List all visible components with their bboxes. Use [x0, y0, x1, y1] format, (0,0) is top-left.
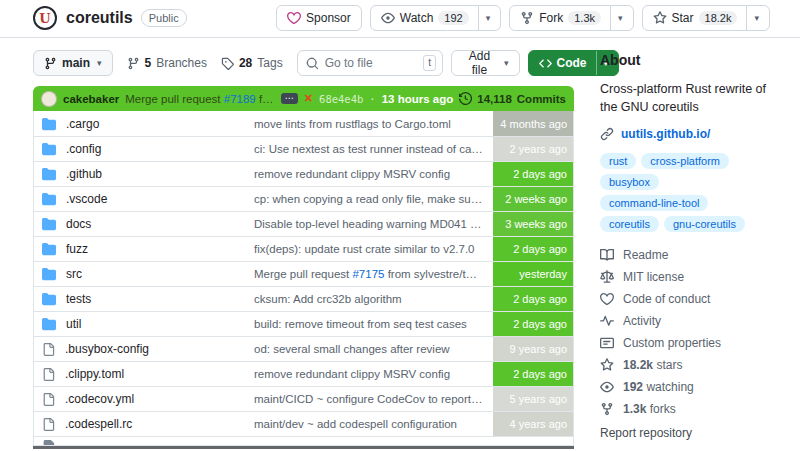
- commit-date[interactable]: 3 weeks ago: [493, 212, 573, 236]
- avatar[interactable]: [41, 91, 57, 107]
- table-row[interactable]: .cargo move lints from rustflags to Carg…: [34, 111, 573, 136]
- commit-sha[interactable]: 68e4e4b: [319, 93, 363, 105]
- commit-message[interactable]: remove redundant clippy MSRV config: [254, 368, 493, 380]
- latest-commit-bar: cakebaker Merge pull request #7189 from …: [33, 86, 574, 111]
- table-row[interactable]: util build: remove timeout from seq test…: [34, 311, 573, 336]
- watch-button[interactable]: Watch 192 ▾: [370, 5, 501, 31]
- commit-message[interactable]: cp: when copying a read only file, make …: [254, 193, 493, 205]
- readme-link[interactable]: Readme: [600, 244, 770, 266]
- commit-date[interactable]: 5 years ago: [493, 387, 573, 411]
- topic-tag[interactable]: coreutils: [600, 216, 659, 232]
- commit-ellipsis-icon[interactable]: ⋯: [281, 93, 298, 104]
- commit-date[interactable]: 2 days ago: [493, 362, 573, 386]
- commit-date[interactable]: 2 years ago: [493, 137, 573, 161]
- chevron-down-icon[interactable]: ▾: [478, 6, 491, 30]
- commit-message[interactable]: ci: Use nextest as test runner instead o…: [254, 143, 493, 155]
- sponsor-button[interactable]: Sponsor: [276, 5, 362, 31]
- go-to-file-box[interactable]: t: [297, 50, 443, 76]
- table-row[interactable]: tests cksum: Add crc32b algorithm 2 days…: [34, 286, 573, 311]
- table-row[interactable]: .config ci: Use nextest as test runner i…: [34, 136, 573, 161]
- commit-date[interactable]: 2 days ago: [493, 237, 573, 261]
- file-name[interactable]: .cargo: [66, 117, 99, 131]
- commit-message[interactable]: Merge pull request #7175 from sylvestre/…: [254, 268, 493, 280]
- commit-date[interactable]: 4 months ago: [493, 111, 573, 136]
- commit-date[interactable]: 2 weeks ago: [493, 187, 573, 211]
- commit-date[interactable]: 2 days ago: [493, 312, 573, 336]
- table-row[interactable]: docs Disable top-level heading warning M…: [34, 211, 573, 236]
- watch-label: Watch: [400, 11, 434, 25]
- file-name[interactable]: util: [66, 317, 81, 331]
- code-of-conduct-link[interactable]: Code of conduct: [600, 288, 770, 310]
- license-link[interactable]: MIT license: [600, 266, 770, 288]
- commit-date[interactable]: yesterday: [493, 262, 573, 286]
- file-name[interactable]: .busybox-config: [65, 342, 149, 356]
- topic-tag[interactable]: cross-platform: [641, 153, 729, 169]
- branches-link[interactable]: 5 Branches: [127, 56, 207, 70]
- file-name[interactable]: tests: [66, 292, 91, 306]
- status-failed-icon[interactable]: ✕: [304, 92, 313, 105]
- activity-link[interactable]: Activity: [600, 310, 770, 332]
- website-url[interactable]: uutils.github.io/: [621, 127, 710, 141]
- file-name[interactable]: src: [66, 267, 82, 281]
- table-row[interactable]: src Merge pull request #7175 from sylves…: [34, 261, 573, 286]
- commit-message[interactable]: od: several small changes after review: [254, 343, 493, 355]
- branch-selector[interactable]: main ▾: [33, 50, 113, 76]
- branches-label: Branches: [156, 56, 207, 70]
- commit-date[interactable]: 4 years ago: [493, 412, 573, 436]
- file-name[interactable]: .codespell.rc: [65, 417, 132, 431]
- commit-date[interactable]: 2 days ago: [493, 162, 573, 186]
- fork-button[interactable]: Fork 1.3k ▾: [509, 5, 633, 31]
- commit-message[interactable]: Disable top-level heading warning MD041 …: [254, 218, 493, 230]
- file-name[interactable]: .clippy.toml: [65, 367, 124, 381]
- star-button[interactable]: Star 18.2k ▾: [642, 5, 770, 31]
- org-avatar[interactable]: U: [33, 6, 57, 30]
- pr-link[interactable]: #7189: [224, 93, 256, 105]
- file-name[interactable]: .config: [66, 142, 101, 156]
- go-to-file-input[interactable]: [325, 56, 417, 70]
- stars-link[interactable]: 18.2k stars: [600, 354, 770, 376]
- commit-time[interactable]: 13 hours ago: [382, 93, 454, 105]
- custom-properties-link[interactable]: Custom properties: [600, 332, 770, 354]
- pr-link[interactable]: #7175: [352, 268, 384, 280]
- file-name[interactable]: .github: [66, 167, 102, 181]
- watching-link[interactable]: 192 watching: [600, 376, 770, 398]
- table-row[interactable]: .github remove redundant clippy MSRV con…: [34, 161, 573, 186]
- table-row[interactable]: .busybox-config od: several small change…: [34, 336, 573, 361]
- table-row[interactable]: .codecov.yml maint/CICD ~ configure Code…: [34, 386, 573, 411]
- table-row-partial[interactable]: [34, 436, 573, 445]
- visibility-badge: Public: [141, 9, 187, 27]
- commit-message[interactable]: move lints from rustflags to Cargo.toml: [254, 118, 493, 130]
- file-name[interactable]: docs: [66, 217, 91, 231]
- current-branch-label: main: [62, 56, 90, 70]
- file-name[interactable]: .codecov.yml: [65, 392, 134, 406]
- topic-tag[interactable]: busybox: [600, 174, 659, 190]
- table-row[interactable]: .vscode cp: when copying a read only fil…: [34, 186, 573, 211]
- tags-link[interactable]: 28 Tags: [221, 56, 283, 70]
- website-link[interactable]: uutils.github.io/: [600, 127, 770, 141]
- repo-title[interactable]: coreutils: [66, 9, 133, 27]
- table-row[interactable]: .clippy.toml remove redundant clippy MSR…: [34, 361, 573, 386]
- commit-date[interactable]: 9 years ago: [493, 337, 573, 361]
- commit-message[interactable]: maint/dev ~ add codespell configuration: [254, 418, 493, 430]
- commit-message[interactable]: build: remove timeout from seq test case…: [254, 318, 493, 330]
- table-row[interactable]: .codespell.rc maint/dev ~ add codespell …: [34, 411, 573, 436]
- report-repository-link[interactable]: Report repository: [600, 426, 770, 440]
- commit-message[interactable]: fix(deps): update rust crate similar to …: [254, 243, 493, 255]
- add-file-button[interactable]: Add file ▾: [451, 50, 520, 76]
- commit-author[interactable]: cakebaker: [63, 93, 119, 105]
- forks-link[interactable]: 1.3k forks: [600, 398, 770, 420]
- commit-history-link[interactable]: 14,118 Commits: [459, 92, 566, 105]
- commit-message[interactable]: Merge pull request #7189 from uutils/ren…: [125, 93, 275, 105]
- commit-message[interactable]: cksum: Add crc32b algorithm: [254, 293, 493, 305]
- topic-tag[interactable]: command-line-tool: [600, 195, 708, 211]
- file-name[interactable]: fuzz: [66, 242, 88, 256]
- commit-date[interactable]: 2 days ago: [493, 287, 573, 311]
- chevron-down-icon[interactable]: ▾: [746, 6, 759, 30]
- table-row[interactable]: fuzz fix(deps): update rust crate simila…: [34, 236, 573, 261]
- topic-tag[interactable]: gnu-coreutils: [664, 216, 745, 232]
- file-name[interactable]: .vscode: [66, 192, 107, 206]
- commit-message[interactable]: maint/CICD ~ configure CodeCov to report…: [254, 393, 493, 405]
- chevron-down-icon[interactable]: ▾: [610, 6, 623, 30]
- topic-tag[interactable]: rust: [600, 153, 636, 169]
- commit-message[interactable]: remove redundant clippy MSRV config: [254, 168, 493, 180]
